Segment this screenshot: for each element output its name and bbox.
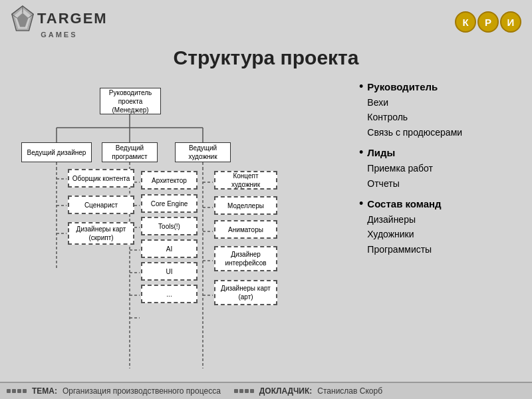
footer-dot-5 bbox=[234, 389, 238, 393]
root-box: Руководитель проекта (Менеджер) bbox=[100, 88, 161, 114]
logo-games: GAMES bbox=[41, 31, 77, 39]
org-wrapper: Руководитель проекта (Менеджер) Ведущий … bbox=[7, 76, 286, 399]
докладчик-value: Станислав Скорб bbox=[317, 386, 382, 396]
bullet-item-1-1: Вехи bbox=[367, 97, 388, 108]
bullet-2: • bbox=[359, 146, 363, 191]
footer-dot-1 bbox=[7, 389, 11, 393]
bullet-title-2: Лиды bbox=[367, 147, 395, 158]
bullet-item-2-1: Приемка работ bbox=[367, 163, 433, 174]
footer-dot-8 bbox=[250, 389, 254, 393]
footer: ТЕМА: Организация производственного проц… bbox=[0, 382, 532, 399]
main-content: Руководитель проекта (Менеджер) Ведущий … bbox=[0, 76, 532, 399]
col2-item-2: Core Engine bbox=[141, 194, 198, 213]
footer-dots-2 bbox=[234, 389, 254, 393]
logo: TARGEM GAMES bbox=[11, 5, 108, 39]
footer-dot-2 bbox=[12, 389, 16, 393]
докладчик-label: ДОКЛАДЧИК: bbox=[259, 386, 313, 396]
footer-tema: ТЕМА: Организация производственного проц… bbox=[7, 386, 221, 396]
col1-item-3: Дизайнеры карт (скрипт) bbox=[68, 222, 134, 245]
col1-item-2: Сценарист bbox=[68, 196, 134, 214]
col3-item-2: Моделлеры bbox=[214, 196, 277, 215]
footer-dot-4 bbox=[23, 389, 27, 393]
col2-header: Ведущий програмист bbox=[102, 142, 158, 162]
col1-header: Ведущий дизайнер bbox=[21, 142, 92, 162]
footer-dots-1 bbox=[7, 389, 27, 393]
bullet-3: • bbox=[359, 197, 363, 257]
diamond-icon bbox=[11, 5, 35, 32]
col2-item-5: UI bbox=[141, 262, 198, 281]
page-title: Структура проекта bbox=[0, 47, 532, 69]
col3-item-4: Дизайнер интерфейсов bbox=[214, 246, 277, 271]
bullet-item-2-2: Отчеты bbox=[367, 178, 399, 189]
tema-value: Организация производственного процесса bbox=[63, 386, 221, 396]
footer-dot-6 bbox=[239, 389, 243, 393]
logo-text: TARGEM bbox=[37, 10, 108, 27]
right-section-3: • Состав команд Дизайнеры Художники Прог… bbox=[359, 196, 519, 257]
bullet-content-3: Состав команд Дизайнеры Художники Програ… bbox=[367, 196, 441, 257]
col1-item-1: Оборщик контента bbox=[68, 169, 134, 188]
footer-dot-7 bbox=[245, 389, 249, 393]
org-chart: Руководитель проекта (Менеджер) Ведущий … bbox=[7, 76, 346, 399]
bullet-item-3-3: Программисты bbox=[367, 244, 432, 255]
col2-item-4: AI bbox=[141, 239, 198, 258]
bullet-1: • bbox=[359, 80, 363, 140]
bullet-title-3: Состав команд bbox=[367, 198, 441, 209]
footer-dot-3 bbox=[17, 389, 21, 393]
bullet-item-1-2: Контроль bbox=[367, 112, 408, 122]
col2-item-3: Tools(!) bbox=[141, 217, 198, 235]
kri-badge: К Р И bbox=[455, 11, 521, 33]
footer-докладчик: ДОКЛАДЧИК: Станислав Скорб bbox=[234, 386, 382, 396]
col3-header: Ведущий художник bbox=[175, 142, 231, 162]
col2-item-6: ... bbox=[141, 285, 198, 303]
bullet-content-1: Руководитель Вехи Контроль Связь с продю… bbox=[367, 79, 462, 140]
bullet-content-2: Лиды Приемка работ Отчеты bbox=[367, 145, 433, 191]
right-panel: • Руководитель Вехи Контроль Связь с про… bbox=[352, 76, 525, 399]
col3-item-3: Аниматоры bbox=[214, 220, 277, 239]
col2-item-1: Архитектор bbox=[141, 171, 198, 190]
kri-k: К bbox=[455, 11, 476, 33]
bullet-item-3-2: Художники bbox=[367, 229, 414, 239]
tema-label: ТЕМА: bbox=[32, 386, 57, 396]
bullet-title-1: Руководитель bbox=[367, 81, 438, 92]
header: TARGEM GAMES К Р И bbox=[0, 0, 532, 44]
bullet-item-3-1: Дизайнеры bbox=[367, 214, 416, 225]
logo-targem: TARGEM bbox=[11, 5, 108, 32]
col3-item-1: Концепт художник bbox=[214, 171, 277, 190]
bullet-item-1-3: Связь с продюсерами bbox=[367, 127, 462, 138]
col3-item-5: Дизайнеры карт (арт) bbox=[214, 280, 277, 305]
kri-i: И bbox=[500, 11, 521, 33]
kri-r: Р bbox=[477, 11, 499, 33]
right-section-2: • Лиды Приемка работ Отчеты bbox=[359, 145, 519, 191]
right-section-1: • Руководитель Вехи Контроль Связь с про… bbox=[359, 79, 519, 140]
